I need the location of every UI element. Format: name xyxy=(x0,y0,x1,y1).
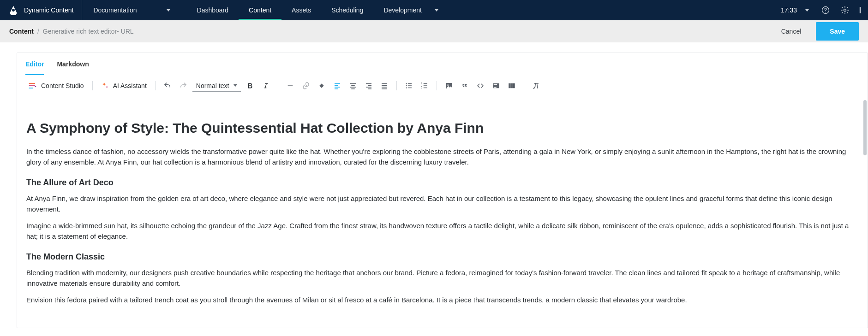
svg-point-0 xyxy=(12,9,15,12)
doc-paragraph[interactable]: At Anya Finn, we draw inspiration from t… xyxy=(26,194,849,214)
align-center-button[interactable] xyxy=(347,79,359,92)
nav-tab-assets[interactable]: Assets xyxy=(281,0,321,20)
code-icon xyxy=(476,82,485,90)
cancel-button[interactable]: Cancel xyxy=(775,23,808,40)
documentation-menu[interactable]: Documentation xyxy=(82,0,181,20)
documentation-label: Documentation xyxy=(93,6,137,14)
svg-line-10 xyxy=(265,83,267,88)
nav-tab-label: Assets xyxy=(292,6,311,14)
align-left-button[interactable] xyxy=(331,79,344,92)
horizontal-rule-icon xyxy=(287,82,294,89)
align-justify-button[interactable] xyxy=(378,79,391,92)
codeblock-button[interactable] xyxy=(490,79,503,92)
quote-icon xyxy=(461,82,469,90)
svg-rect-48 xyxy=(511,83,513,88)
nav-tab-dashboard[interactable]: Dashboard xyxy=(187,0,239,20)
time-label: 17:33 xyxy=(781,6,797,14)
overflow-button[interactable] xyxy=(859,5,864,16)
link-icon xyxy=(302,82,310,90)
chevron-down-icon xyxy=(167,9,170,12)
numbered-list-icon: 123 xyxy=(420,82,429,90)
bullet-list-button[interactable] xyxy=(402,79,415,92)
toolbar-divider xyxy=(92,81,93,90)
bullet-list-icon xyxy=(405,82,413,90)
svg-point-29 xyxy=(406,83,407,84)
gear-icon xyxy=(840,6,850,15)
brand-area[interactable]: Dynamic Content xyxy=(0,0,82,20)
breadcrumb-bar: Content / Generative rich text editor- U… xyxy=(0,20,868,42)
blockquote-button[interactable] xyxy=(458,79,471,92)
nav-right-cluster: 17:33 xyxy=(781,5,868,16)
redo-button[interactable] xyxy=(177,79,190,92)
italic-button[interactable] xyxy=(259,79,272,92)
editor-mode-tabs: Editor Markdown xyxy=(17,53,868,76)
svg-rect-45 xyxy=(494,86,499,86)
settings-button[interactable] xyxy=(839,5,850,16)
table-icon xyxy=(508,82,516,90)
doc-heading-2[interactable]: The Modern Classic xyxy=(26,251,849,263)
link-button[interactable] xyxy=(299,79,312,92)
diamond-icon xyxy=(318,82,325,89)
doc-paragraph[interactable]: Envision this fedora paired with a tailo… xyxy=(26,295,849,306)
time-picker[interactable]: 17:33 xyxy=(781,6,812,14)
align-justify-icon xyxy=(380,82,389,90)
breadcrumb-root[interactable]: Content xyxy=(9,28,34,35)
primary-nav-tabs: Dashboard Content Assets Scheduling Deve… xyxy=(187,0,449,20)
table-button[interactable] xyxy=(505,79,518,92)
bold-icon xyxy=(246,82,254,89)
numbered-list-button[interactable]: 123 xyxy=(418,79,431,92)
doc-heading-2[interactable]: The Allure of Art Deco xyxy=(26,177,849,189)
align-right-icon xyxy=(365,82,373,90)
text-style-picker[interactable]: Normal text xyxy=(192,80,241,92)
nav-tab-label: Scheduling xyxy=(331,6,363,14)
svg-rect-4 xyxy=(860,7,861,13)
svg-rect-6 xyxy=(29,85,35,86)
horizontal-rule-button[interactable] xyxy=(284,79,297,92)
tab-markdown[interactable]: Markdown xyxy=(57,60,89,75)
undo-button[interactable] xyxy=(161,79,174,92)
clear-format-icon xyxy=(532,82,540,90)
brand-logo-icon xyxy=(8,5,18,15)
editor-toolbar: Content Studio AI Assistant Normal text xyxy=(17,76,868,97)
save-button[interactable]: Save xyxy=(816,22,859,41)
svg-rect-46 xyxy=(494,87,497,88)
svg-rect-7 xyxy=(29,88,33,88)
image-button[interactable] xyxy=(443,79,455,92)
toolbar-divider xyxy=(278,81,278,90)
svg-rect-49 xyxy=(513,83,515,88)
editor-card: Editor Markdown Content Studio AI xyxy=(17,53,868,328)
scrollbar-thumb[interactable] xyxy=(863,100,867,155)
sparkle-icon xyxy=(101,82,109,90)
rich-text-document[interactable]: A Symphony of Style: The Quintessential … xyxy=(17,97,868,321)
svg-point-2 xyxy=(825,12,826,12)
text-style-label: Normal text xyxy=(196,82,229,89)
toolbar-divider xyxy=(155,81,156,90)
content-studio-label: Content Studio xyxy=(41,82,84,89)
clear-format-button[interactable] xyxy=(530,79,543,92)
doc-paragraph[interactable]: Imagine a wide-brimmed sun hat, its silh… xyxy=(26,221,849,242)
nav-tab-label: Content xyxy=(249,6,271,14)
chevron-down-icon xyxy=(805,9,809,12)
tab-editor[interactable]: Editor xyxy=(25,60,44,75)
anchor-button[interactable] xyxy=(315,79,328,92)
help-button[interactable] xyxy=(820,5,831,16)
align-left-icon xyxy=(333,82,341,90)
bold-button[interactable] xyxy=(244,79,257,92)
doc-heading-1[interactable]: A Symphony of Style: The Quintessential … xyxy=(26,118,849,138)
doc-paragraph[interactable]: Blending tradition with modernity, our d… xyxy=(26,268,849,289)
nav-tab-content[interactable]: Content xyxy=(239,0,281,20)
svg-point-3 xyxy=(844,9,846,12)
ai-assistant-button[interactable]: AI Assistant xyxy=(98,79,150,92)
nav-tab-scheduling[interactable]: Scheduling xyxy=(321,0,373,20)
doc-paragraph[interactable]: In the timeless dance of fashion, no acc… xyxy=(26,147,849,167)
content-studio-button[interactable]: Content Studio xyxy=(25,79,87,92)
svg-text:3: 3 xyxy=(421,87,423,89)
svg-rect-5 xyxy=(29,83,35,84)
toolbar-divider xyxy=(524,81,524,90)
svg-rect-44 xyxy=(494,84,497,85)
align-right-button[interactable] xyxy=(362,79,375,92)
nav-tab-development[interactable]: Development xyxy=(373,0,449,20)
code-button[interactable] xyxy=(474,79,487,92)
document-scroll[interactable]: A Symphony of Style: The Quintessential … xyxy=(17,97,868,328)
breadcrumb-leaf: Generative rich text editor- URL xyxy=(43,28,134,35)
